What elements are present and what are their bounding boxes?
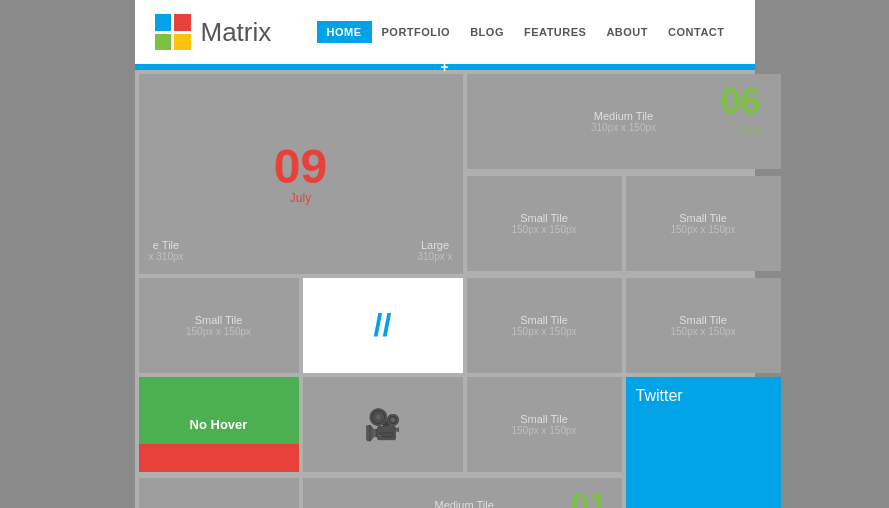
tile-medium1-label: Medium Tile	[594, 110, 653, 122]
logo-sq3	[155, 34, 172, 51]
tile-large-label: e Tile	[149, 239, 184, 251]
tile-small1-label: Small Tile	[520, 212, 568, 224]
tile-small1-sublabel: 150px x 150px	[511, 224, 576, 235]
tile-medium2-content: Medium Tile 310px x 150px	[424, 499, 499, 508]
tile-small5-sublabel: 150px x 150px	[670, 326, 735, 337]
nav-contact[interactable]: CONTACT	[658, 21, 734, 43]
tile-small3-sublabel: 150px x 150px	[186, 326, 251, 337]
tile-makito[interactable]: //	[303, 278, 463, 373]
tile-small2-sublabel: 150px x 150px	[670, 224, 735, 235]
tile-medium2-number: 01	[571, 486, 607, 508]
no-hover-text: No Hover	[190, 417, 248, 432]
tile-medium2-label: Medium Tile	[434, 499, 493, 508]
tile-large-1[interactable]: 09 July e Tile x 310px Large 310px x	[139, 74, 463, 274]
logo-area: Matrix	[155, 14, 272, 50]
header: Matrix HOME PORTFOLIO BLOG FEATURES ABOU…	[135, 0, 755, 64]
logo-sq4	[174, 34, 191, 51]
tile-large-month: July	[290, 191, 311, 205]
tile-large2-label: Large	[417, 239, 452, 251]
logo-sq1	[155, 14, 172, 31]
tile-small4-sublabel: 150px x 150px	[511, 326, 576, 337]
tile-medium-2[interactable]: Medium Tile 310px x 150px 01 July	[303, 478, 622, 508]
tile-large-sublabel: x 310px	[149, 251, 184, 262]
tile-medium1-sublabel: 310px x 150px	[591, 122, 656, 133]
nav-portfolio[interactable]: PORTFOLIO	[372, 21, 461, 43]
nav-about[interactable]: ABOUT	[596, 21, 658, 43]
tile-no-hover[interactable]: No Hover	[139, 377, 299, 472]
accent-bar: +	[135, 64, 755, 70]
tile-small3-label: Small Tile	[195, 314, 243, 326]
main-nav: HOME PORTFOLIO BLOG FEATURES ABOUT CONTA…	[317, 21, 735, 43]
nav-blog[interactable]: BLOG	[460, 21, 514, 43]
camera-icon: 🎥	[364, 407, 401, 442]
large-tile-content: 09 July e Tile x 310px Large 310px x	[139, 74, 463, 274]
tile-small-6[interactable]: Small Tile 150px x 150px	[467, 377, 622, 472]
tile-large-number: 09	[274, 143, 327, 191]
twitter-label: Twitter	[636, 387, 683, 405]
nav-features[interactable]: FEATURES	[514, 21, 596, 43]
plus-icon: +	[440, 60, 448, 74]
tile-twitter[interactable]: Twitter	[626, 377, 781, 508]
tile-small5-label: Small Tile	[679, 314, 727, 326]
tile-small-2[interactable]: Small Tile 150px x 150px	[626, 176, 781, 271]
slashes-icon: //	[374, 307, 392, 344]
tile-medium1-number: 06	[720, 84, 760, 120]
tile-grid: 09 July e Tile x 310px Large 310px x Med…	[135, 70, 755, 508]
tile-small6-sublabel: 150px x 150px	[511, 425, 576, 436]
tile-small4-label: Small Tile	[520, 314, 568, 326]
tile-large2-sublabel: 310px x	[417, 251, 452, 262]
browser-window: Matrix HOME PORTFOLIO BLOG FEATURES ABOU…	[135, 0, 755, 508]
tile-medium-1[interactable]: Medium Tile 310px x 150px 06 July	[467, 74, 781, 169]
tile-small6-label: Small Tile	[520, 413, 568, 425]
tile-medium1-month: July	[741, 124, 761, 136]
tile-small-7[interactable]: Small Tile 150px x 150px	[139, 478, 299, 508]
logo-sq2	[174, 14, 191, 31]
tile-small-4[interactable]: Small Tile 150px x 150px	[467, 278, 622, 373]
nav-home[interactable]: HOME	[317, 21, 372, 43]
no-hover-red-bottom	[139, 444, 299, 473]
logo-icon	[155, 14, 191, 50]
tile-small2-label: Small Tile	[679, 212, 727, 224]
tile-large2-labels: Large 310px x	[417, 239, 452, 262]
tile-small-3[interactable]: Small Tile 150px x 150px	[139, 278, 299, 373]
tile-small-5[interactable]: Small Tile 150px x 150px	[626, 278, 781, 373]
logo-text: Matrix	[201, 17, 272, 48]
tile-large-labels: e Tile x 310px	[149, 239, 184, 262]
tile-small-1[interactable]: Small Tile 150px x 150px	[467, 176, 622, 271]
tile-video[interactable]: 🎥	[303, 377, 463, 472]
